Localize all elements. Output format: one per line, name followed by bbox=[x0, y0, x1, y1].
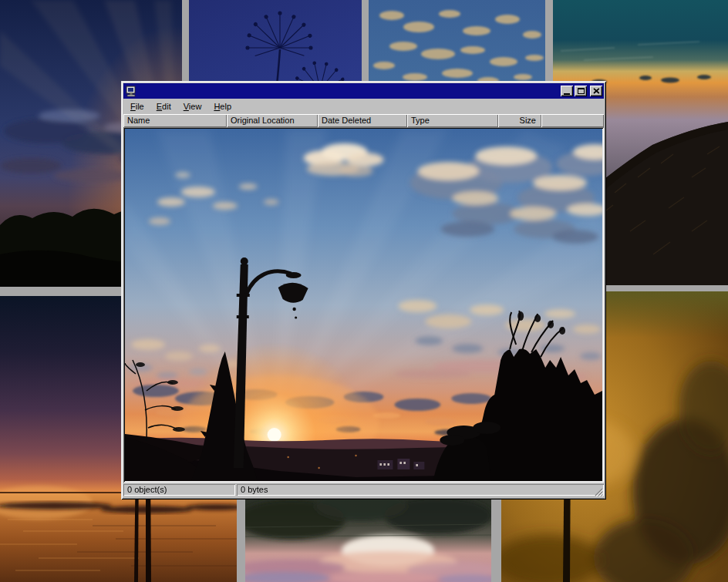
column-header-blank[interactable] bbox=[541, 114, 604, 127]
desktop: File Edit View Help Name Original Locati… bbox=[0, 0, 728, 582]
close-icon bbox=[593, 88, 600, 94]
file-list-area[interactable] bbox=[123, 127, 604, 483]
close-button[interactable] bbox=[590, 86, 602, 96]
window-controls bbox=[561, 86, 602, 96]
recycle-bin-window: File Edit View Help Name Original Locati… bbox=[121, 81, 606, 500]
window-titlebar[interactable] bbox=[123, 83, 604, 99]
sunset-streetlamp-photo bbox=[125, 129, 602, 481]
column-header-type[interactable]: Type bbox=[407, 114, 498, 127]
resize-grip[interactable] bbox=[594, 487, 603, 496]
column-header-date-deleted[interactable]: Date Deleted bbox=[318, 114, 407, 127]
menu-view[interactable]: View bbox=[177, 100, 208, 113]
status-objects: 0 object(s) bbox=[123, 484, 235, 496]
recycle-bin-window-icon bbox=[125, 85, 137, 97]
menu-file[interactable]: File bbox=[124, 100, 150, 113]
minimize-button[interactable] bbox=[561, 86, 573, 96]
column-header-original-location[interactable]: Original Location bbox=[227, 114, 318, 127]
column-header-size[interactable]: Size bbox=[498, 114, 541, 127]
column-headers: Name Original Location Date Deleted Type… bbox=[123, 114, 604, 127]
menu-help[interactable]: Help bbox=[207, 100, 238, 113]
menu-edit[interactable]: Edit bbox=[150, 100, 177, 113]
column-header-name[interactable]: Name bbox=[123, 114, 227, 127]
status-bar: 0 object(s) 0 bytes bbox=[123, 484, 604, 497]
status-bytes: 0 bytes bbox=[237, 484, 604, 496]
minimize-icon bbox=[564, 93, 570, 95]
maximize-button[interactable] bbox=[575, 86, 587, 96]
menu-bar: File Edit View Help bbox=[123, 99, 604, 114]
maximize-icon bbox=[578, 88, 585, 94]
